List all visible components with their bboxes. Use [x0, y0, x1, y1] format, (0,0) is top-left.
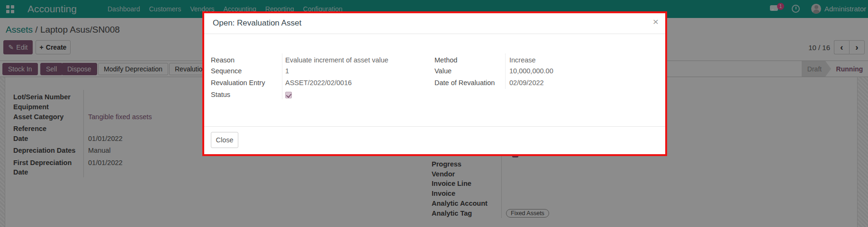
sequence-label: Sequence	[211, 67, 282, 75]
modal-body: Reason Evaluate increment of asset value…	[204, 34, 665, 126]
revaluation-entry-link[interactable]: ASSET/2022/02/0016	[285, 79, 352, 87]
modal-left-separator	[282, 53, 282, 99]
revaluation-asset-modal: Open: Revaluation Asset × Reason Evaluat…	[202, 11, 667, 156]
sequence-value: 1	[285, 67, 289, 75]
reason-label: Reason	[211, 56, 282, 64]
reason-value: Evaluate increment of asset value	[285, 56, 389, 64]
revaluation-entry-label: Revaluation Entry	[211, 79, 282, 87]
status-label: Status	[211, 90, 282, 99]
value-value: 10,000,000.00	[509, 67, 553, 75]
method-value: Increase	[509, 56, 536, 64]
close-icon[interactable]: ×	[653, 16, 659, 27]
date-of-revaluation-value: 02/09/2022	[509, 79, 544, 87]
status-checkbox[interactable]	[285, 92, 292, 98]
modal-title: Open: Revaluation Asset	[213, 18, 301, 28]
date-of-revaluation-label: Date of Revaluation	[434, 79, 506, 87]
value-label: Value	[434, 67, 506, 75]
modal-footer: Close	[204, 126, 665, 154]
modal-header: Open: Revaluation Asset ×	[204, 13, 665, 34]
method-label: Method	[434, 56, 506, 64]
close-button[interactable]: Close	[211, 132, 238, 148]
